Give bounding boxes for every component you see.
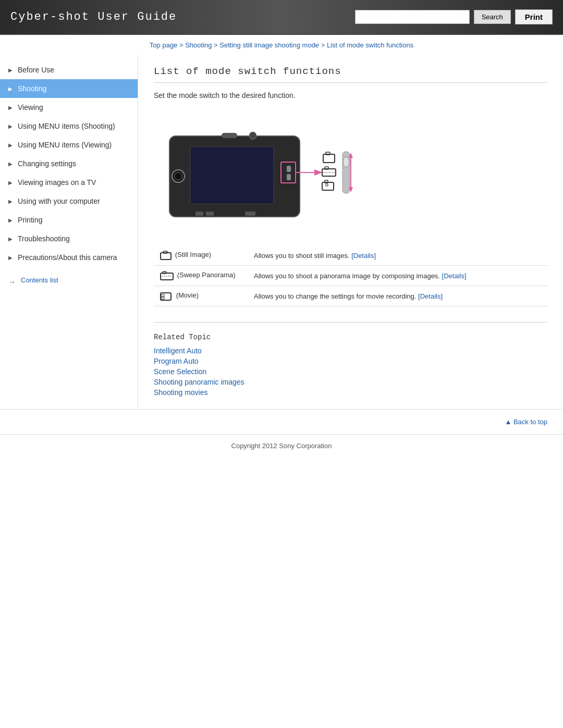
sidebar-item-label: Viewing xyxy=(18,103,43,112)
sidebar-arrow xyxy=(8,124,15,129)
sidebar-item-printing[interactable]: Printing xyxy=(0,211,138,229)
table-cell-icon-label: (Still Image) xyxy=(154,245,248,266)
table-row: (Sweep Panorama) Allows you to shoot a p… xyxy=(154,266,547,286)
app-title: Cyber-shot User Guide xyxy=(10,10,177,23)
related-topic-title: Related Topic xyxy=(154,333,547,341)
svg-rect-34 xyxy=(162,294,164,297)
sidebar-item-precautions[interactable]: Precautions/About this camera xyxy=(0,248,138,267)
related-link-intelligent-auto[interactable]: Intelligent Auto xyxy=(154,347,547,355)
search-button[interactable]: Search xyxy=(474,10,511,24)
sidebar-item-computer[interactable]: Using with your computer xyxy=(0,192,138,211)
header-search-area: Search Print xyxy=(355,9,553,24)
sidebar-item-menu-shooting[interactable]: Using MENU items (Shooting) xyxy=(0,117,138,135)
svg-rect-10 xyxy=(323,154,335,163)
still-image-details-link[interactable]: [Details] xyxy=(351,252,376,260)
table-cell-icon-label: (Sweep Panorama) xyxy=(154,266,248,286)
sidebar-item-label: Using MENU items (Shooting) xyxy=(18,122,115,130)
copyright-text: Copyright 2012 Sony Corporation xyxy=(231,442,332,450)
svg-rect-4 xyxy=(222,133,237,138)
sidebar-item-label: Troubleshooting xyxy=(18,235,70,243)
print-button[interactable]: Print xyxy=(515,9,553,24)
movie-label: (Movie) xyxy=(176,291,199,299)
sidebar-item-troubleshooting[interactable]: Troubleshooting xyxy=(0,229,138,248)
panorama-details-link[interactable]: [Details] xyxy=(442,272,467,280)
sidebar-arrow xyxy=(8,161,15,167)
mode-table: (Still Image) Allows you to shoot still … xyxy=(154,245,547,306)
svg-rect-13 xyxy=(325,167,328,169)
movie-icon xyxy=(160,291,173,301)
sidebar-arrow xyxy=(8,199,15,204)
svg-point-5 xyxy=(249,132,256,139)
still-image-label: (Still Image) xyxy=(175,251,211,258)
svg-rect-16 xyxy=(325,180,328,183)
camera-svg xyxy=(159,110,357,230)
svg-point-3 xyxy=(175,172,182,180)
contents-list-label: Contents list xyxy=(21,276,58,284)
sidebar-item-label: Shooting xyxy=(18,84,46,93)
svg-rect-26 xyxy=(206,212,214,216)
sidebar: Before Use Shooting Viewing Using MENU i… xyxy=(0,55,138,409)
sidebar-arrow xyxy=(8,105,15,110)
related-topic-section: Related Topic Intelligent Auto Program A… xyxy=(154,322,547,397)
sidebar-item-shooting[interactable]: Shooting xyxy=(0,79,138,98)
related-link-scene-selection[interactable]: Scene Selection xyxy=(154,367,547,376)
still-image-desc: Allows you to shoot still images. xyxy=(254,252,351,260)
back-to-top-link[interactable]: Back to top xyxy=(0,409,563,434)
table-row: (Still Image) Allows you to shoot still … xyxy=(154,245,547,266)
svg-rect-17 xyxy=(326,184,328,186)
breadcrumb-top[interactable]: Top page xyxy=(150,41,178,49)
contents-list-link[interactable]: Contents list xyxy=(0,271,138,289)
svg-rect-24 xyxy=(287,174,291,180)
panorama-label: (Sweep Panorama) xyxy=(177,271,236,279)
movie-desc: Allows you to change the settings for mo… xyxy=(254,292,418,300)
svg-rect-1 xyxy=(190,146,274,204)
sidebar-item-label: Precautions/About this camera xyxy=(18,253,117,262)
svg-rect-35 xyxy=(162,297,164,299)
svg-rect-23 xyxy=(287,166,291,172)
sidebar-item-menu-viewing[interactable]: Using MENU items (Viewing) xyxy=(0,135,138,154)
sidebar-arrow xyxy=(8,67,15,73)
svg-rect-28 xyxy=(161,253,171,260)
svg-rect-11 xyxy=(326,152,330,155)
content-area: List of mode switch functions Set the mo… xyxy=(138,55,563,409)
sidebar-arrow xyxy=(8,142,15,148)
header: Cyber-shot User Guide Search Print xyxy=(0,0,563,35)
sidebar-arrow xyxy=(8,217,15,223)
table-cell-icon-label: (Movie) xyxy=(154,286,248,306)
sidebar-item-label: Printing xyxy=(18,216,42,224)
related-link-program-auto[interactable]: Program Auto xyxy=(154,357,547,365)
sidebar-arrow xyxy=(8,236,15,242)
related-link-movies[interactable]: Shooting movies xyxy=(154,388,547,397)
sidebar-item-changing-settings[interactable]: Changing settings xyxy=(0,154,138,173)
related-link-panoramic[interactable]: Shooting panoramic images xyxy=(154,378,547,386)
still-image-icon xyxy=(160,251,172,260)
intro-text: Set the mode switch to the desired funct… xyxy=(154,91,547,100)
svg-rect-25 xyxy=(195,212,203,216)
sidebar-item-label: Before Use xyxy=(18,66,54,74)
panorama-desc: Allows you to shoot a panorama image by … xyxy=(254,272,442,280)
breadcrumb-current[interactable]: List of mode switch functions xyxy=(327,41,413,49)
breadcrumb-shooting[interactable]: Shooting xyxy=(185,41,212,49)
main-layout: Before Use Shooting Viewing Using MENU i… xyxy=(0,55,563,409)
svg-rect-27 xyxy=(245,212,255,216)
sidebar-item-before-use[interactable]: Before Use xyxy=(0,60,138,79)
table-cell-desc: Allows you to shoot a panorama image by … xyxy=(248,266,547,286)
sidebar-item-label: Viewing images on a TV xyxy=(18,178,96,187)
sidebar-item-viewing[interactable]: Viewing xyxy=(0,98,138,117)
breadcrumb: Top page > Shooting > Setting still imag… xyxy=(0,35,563,55)
table-cell-desc: Allows you to shoot still images. [Detai… xyxy=(248,245,547,266)
sidebar-item-label: Using with your computer xyxy=(18,197,100,205)
sidebar-item-label: Using MENU items (Viewing) xyxy=(18,141,112,149)
sidebar-item-label: Changing settings xyxy=(18,159,76,168)
sidebar-arrow xyxy=(8,255,15,261)
sidebar-item-viewing-tv[interactable]: Viewing images on a TV xyxy=(0,173,138,192)
sidebar-arrow xyxy=(8,86,15,92)
sidebar-arrow xyxy=(8,180,15,186)
movie-details-link[interactable]: [Details] xyxy=(418,292,443,300)
search-input[interactable] xyxy=(355,10,470,24)
arrow-right-icon xyxy=(8,278,18,283)
panorama-icon xyxy=(160,271,174,280)
breadcrumb-setting[interactable]: Setting still image shooting mode xyxy=(219,41,319,49)
table-row: (Movie) Allows you to change the setting… xyxy=(154,286,547,306)
table-cell-desc: Allows you to change the settings for mo… xyxy=(248,286,547,306)
